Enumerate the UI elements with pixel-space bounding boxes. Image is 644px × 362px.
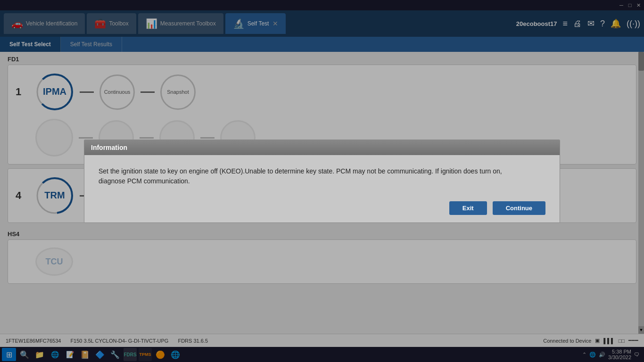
information-modal: Information Set the ignition state to ke… <box>84 140 560 223</box>
modal-overlay: Information Set the ignition state to ke… <box>0 0 644 362</box>
modal-footer: Exit Continue <box>84 196 560 222</box>
continue-button[interactable]: Continue <box>493 201 545 215</box>
modal-title: Information <box>91 144 127 151</box>
modal-header: Information <box>84 140 560 155</box>
modal-message: Set the ignition state to key on engine … <box>99 166 545 186</box>
exit-button[interactable]: Exit <box>449 201 487 215</box>
modal-body: Set the ignition state to key on engine … <box>84 155 560 196</box>
